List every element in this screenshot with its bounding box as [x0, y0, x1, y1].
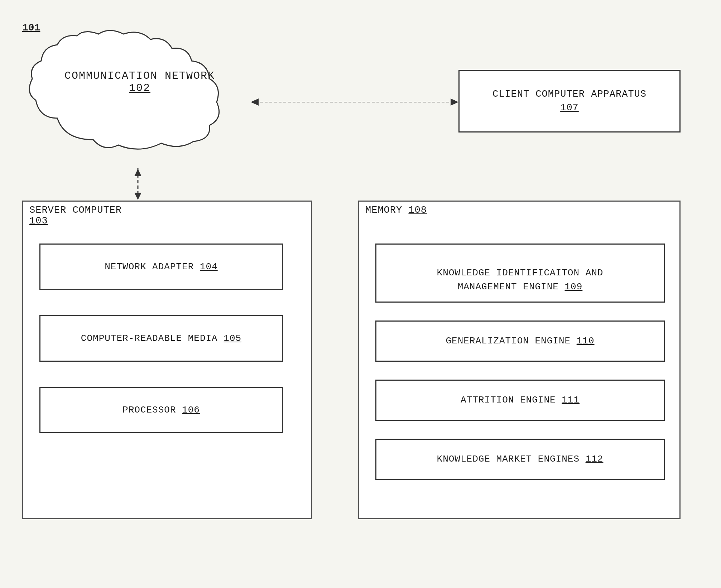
generalization-ref: 110 [577, 336, 595, 346]
server-label: SERVER COMPUTER 103 [29, 205, 122, 226]
diagram: 101 COMMUNICATION NETWORK 102 CLIENT COM… [0, 0, 721, 588]
svg-marker-2 [134, 169, 141, 176]
client-computer-box: CLIENT COMPUTER APPARATUS 107 [458, 70, 681, 132]
server-ref: 103 [29, 216, 48, 226]
kme-ref: 112 [586, 454, 604, 464]
cloud-ref: 102 [129, 82, 150, 94]
kme-label: KNOWLEDGE MARKET ENGINES 112 [437, 452, 604, 466]
crm-label: COMPUTER-READABLE MEDIA 105 [81, 332, 241, 346]
memory-ref: 108 [408, 205, 427, 216]
cloud-label: COMMUNICATION NETWORK 102 [29, 70, 251, 94]
client-ref: 107 [560, 102, 579, 113]
memory-label: MEMORY 108 [365, 205, 427, 216]
crm-box: COMPUTER-READABLE MEDIA 105 [39, 315, 283, 362]
svg-marker-5 [251, 98, 259, 106]
generalization-engine-label: GENERALIZATION ENGINE 110 [446, 334, 594, 348]
crm-ref: 105 [223, 333, 241, 344]
kme-box: KNOWLEDGE MARKET ENGINES 112 [375, 439, 665, 480]
attrition-ref: 111 [562, 395, 580, 405]
processor-ref: 106 [182, 405, 200, 415]
knowledge-engine-label: KNOWLEDGE IDENTIFICAITON AND MANAGEMENT … [437, 252, 604, 294]
knowledge-ref: 109 [565, 281, 583, 292]
attrition-engine-box: ATTRITION ENGINE 111 [375, 380, 665, 421]
processor-box: PROCESSOR 106 [39, 387, 283, 433]
cloud-shape [29, 30, 219, 149]
knowledge-engine-box: KNOWLEDGE IDENTIFICAITON AND MANAGEMENT … [375, 244, 665, 303]
svg-marker-4 [451, 98, 458, 106]
svg-marker-1 [134, 193, 141, 200]
network-adapter-box: NETWORK ADAPTER 104 [39, 244, 283, 290]
attrition-engine-label: ATTRITION ENGINE 111 [461, 393, 580, 407]
top-label: 101 [22, 22, 40, 33]
client-computer-label: CLIENT COMPUTER APPARATUS 107 [492, 88, 647, 115]
generalization-engine-box: GENERALIZATION ENGINE 110 [375, 320, 665, 362]
network-adapter-label: NETWORK ADAPTER 104 [105, 260, 217, 274]
processor-label: PROCESSOR 106 [122, 403, 200, 417]
network-adapter-ref: 104 [200, 261, 218, 272]
